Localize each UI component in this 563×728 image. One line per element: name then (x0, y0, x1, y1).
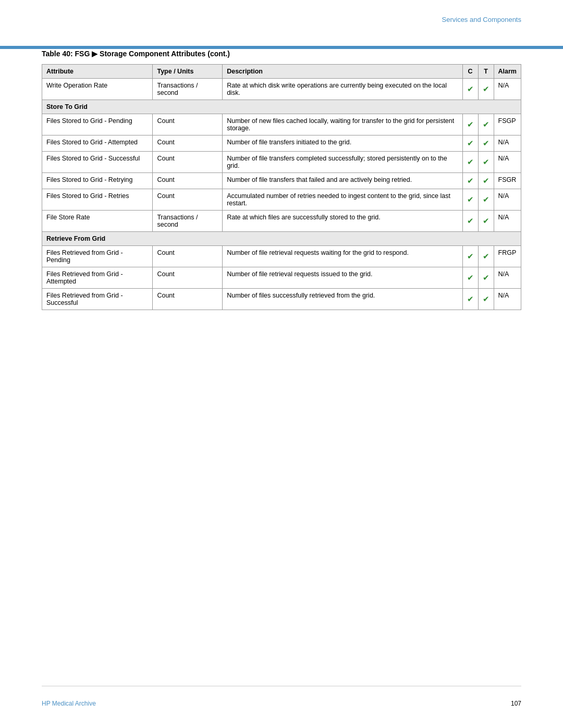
cell-t: ✔ (478, 79, 494, 100)
cell-t: ✔ (478, 152, 494, 173)
cell-alarm: FRGP (494, 246, 521, 267)
header-bar (0, 46, 563, 49)
cell-units: Count (153, 135, 223, 152)
cell-units: Count (153, 114, 223, 135)
table-row: Files Stored to Grid - RetryingCountNumb… (42, 173, 521, 189)
cell-t: ✔ (478, 114, 494, 135)
cell-t: ✔ (478, 267, 494, 289)
cell-alarm: N/A (494, 211, 521, 232)
cell-description: Number of file transfers that failed and… (223, 173, 462, 189)
checkmark-c-icon: ✔ (467, 157, 474, 166)
table-row: Write Operation RateTransactions / secon… (42, 79, 521, 100)
cell-t: ✔ (478, 289, 494, 310)
section-label: Retrieve From Grid (42, 232, 521, 246)
cell-description: Number of new files cached locally, wait… (223, 114, 462, 135)
table-row: Files Stored to Grid - AttemptedCountNum… (42, 135, 521, 152)
checkmark-t-icon: ✔ (483, 157, 489, 166)
checkmark-c-icon: ✔ (467, 195, 474, 204)
cell-c: ✔ (462, 152, 478, 173)
checkmark-c-icon: ✔ (467, 176, 474, 185)
cell-description: Number of file transfers completed succe… (223, 152, 462, 173)
cell-description: Rate at which disk write operations are … (223, 79, 462, 100)
cell-t: ✔ (478, 135, 494, 152)
cell-alarm: N/A (494, 189, 521, 211)
checkmark-c-icon: ✔ (467, 252, 474, 261)
footer: HP Medical Archive 107 (0, 700, 563, 707)
cell-units: Count (153, 152, 223, 173)
cell-attribute: Files Retrieved from Grid - Pending (42, 246, 153, 267)
cell-attribute: Files Stored to Grid - Retries (42, 189, 153, 211)
section-header-row: Store To Grid (42, 100, 521, 114)
cell-alarm: FSGP (494, 114, 521, 135)
footer-left: HP Medical Archive (42, 700, 96, 707)
cell-units: Count (153, 173, 223, 189)
header-title: Services and Components (442, 16, 521, 23)
cell-units: Transactions / second (153, 79, 223, 100)
footer-right: 107 (511, 700, 521, 707)
cell-t: ✔ (478, 211, 494, 232)
table-row: File Store RateTransactions / secondRate… (42, 211, 521, 232)
checkmark-c-icon: ✔ (467, 120, 474, 129)
cell-c: ✔ (462, 246, 478, 267)
table-row: Files Stored to Grid - SuccessfulCountNu… (42, 152, 521, 173)
cell-units: Transactions / second (153, 211, 223, 232)
section-header-row: Retrieve From Grid (42, 232, 521, 246)
cell-alarm: N/A (494, 289, 521, 310)
cell-description: Number of file transfers initiated to th… (223, 135, 462, 152)
cell-description: Rate at which files are successfully sto… (223, 211, 462, 232)
cell-alarm: FSGR (494, 173, 521, 189)
cell-description: Number of file retrieval requests issued… (223, 267, 462, 289)
cell-units: Count (153, 267, 223, 289)
table-title: Table 40: FSG ▶ Storage Component Attrib… (42, 50, 521, 58)
cell-attribute: Files Stored to Grid - Pending (42, 114, 153, 135)
attributes-table: Attribute Type / Units Description C T A… (42, 64, 521, 310)
cell-description: Number of file retrieval requests waitin… (223, 246, 462, 267)
checkmark-c-icon: ✔ (467, 216, 474, 225)
cell-attribute: Files Stored to Grid - Retrying (42, 173, 153, 189)
checkmark-c-icon: ✔ (467, 84, 474, 93)
table-row: Files Retrieved from Grid - SuccessfulCo… (42, 289, 521, 310)
checkmark-t-icon: ✔ (483, 195, 489, 204)
cell-c: ✔ (462, 211, 478, 232)
cell-alarm: N/A (494, 79, 521, 100)
cell-attribute: Files Retrieved from Grid - Attempted (42, 267, 153, 289)
cell-units: Count (153, 289, 223, 310)
table-row: Files Stored to Grid - RetriesCountAccum… (42, 189, 521, 211)
checkmark-t-icon: ✔ (483, 139, 489, 147)
cell-attribute: File Store Rate (42, 211, 153, 232)
cell-description: Number of files successfully retrieved f… (223, 289, 462, 310)
checkmark-t-icon: ✔ (483, 294, 489, 303)
cell-units: Count (153, 189, 223, 211)
cell-attribute: Files Retrieved from Grid - Successful (42, 289, 153, 310)
cell-units: Count (153, 246, 223, 267)
cell-alarm: N/A (494, 135, 521, 152)
table-row: Files Stored to Grid - PendingCountNumbe… (42, 114, 521, 135)
checkmark-c-icon: ✔ (467, 273, 474, 282)
checkmark-t-icon: ✔ (483, 273, 489, 282)
cell-c: ✔ (462, 79, 478, 100)
checkmark-t-icon: ✔ (483, 216, 489, 225)
cell-c: ✔ (462, 173, 478, 189)
cell-c: ✔ (462, 267, 478, 289)
col-attribute: Attribute (42, 65, 153, 79)
cell-t: ✔ (478, 189, 494, 211)
page-header: Services and Components (0, 0, 563, 23)
checkmark-t-icon: ✔ (483, 252, 489, 261)
cell-alarm: N/A (494, 152, 521, 173)
cell-attribute: Files Stored to Grid - Attempted (42, 135, 153, 152)
checkmark-c-icon: ✔ (467, 294, 474, 303)
content: Table 40: FSG ▶ Storage Component Attrib… (0, 34, 563, 341)
col-t: T (478, 65, 494, 79)
cell-attribute: Write Operation Rate (42, 79, 153, 100)
col-c: C (462, 65, 478, 79)
col-type: Type / Units (153, 65, 223, 79)
checkmark-t-icon: ✔ (483, 84, 489, 93)
table-header-row: Attribute Type / Units Description C T A… (42, 65, 521, 79)
table-row: Files Retrieved from Grid - PendingCount… (42, 246, 521, 267)
cell-description: Accumulated number of retries needed to … (223, 189, 462, 211)
section-label: Store To Grid (42, 100, 521, 114)
checkmark-t-icon: ✔ (483, 120, 489, 129)
cell-c: ✔ (462, 189, 478, 211)
cell-c: ✔ (462, 289, 478, 310)
cell-t: ✔ (478, 173, 494, 189)
